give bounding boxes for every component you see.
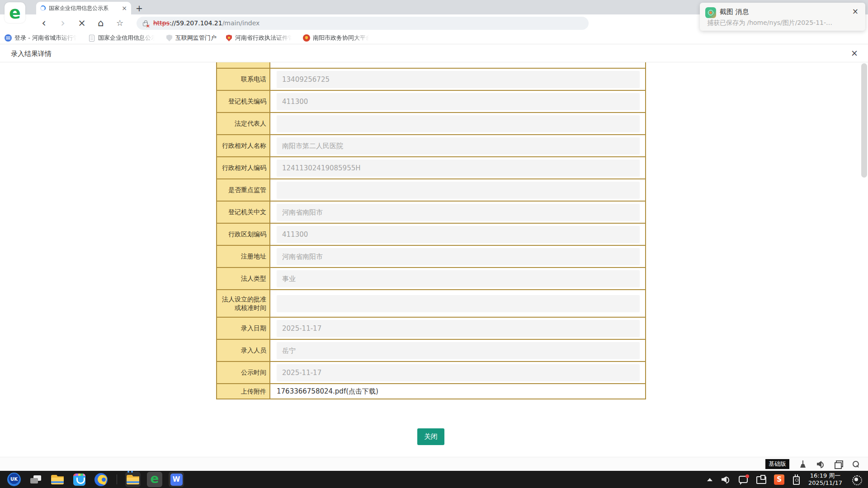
table-row: 上传附件1763366758024.pdf(点击下载) bbox=[216, 383, 646, 399]
uk-launcher-icon bbox=[7, 473, 21, 486]
bookmark-star-button[interactable]: ☆ bbox=[114, 18, 126, 28]
bookmark-item-2[interactable]: 互联网监管门户 bbox=[166, 34, 217, 42]
search-icon[interactable] bbox=[852, 460, 860, 468]
login-circle-icon bbox=[5, 34, 12, 42]
field-input: 411300 bbox=[277, 93, 640, 110]
field-input: 南阳市第二人民医院 bbox=[277, 137, 640, 155]
browser-statusbar: 基础版 bbox=[0, 457, 868, 471]
table-row: 录入人员岳宁 bbox=[216, 339, 646, 361]
field-input: 事业 bbox=[277, 270, 640, 287]
table-row: 登记机关中文河南省南阳市 bbox=[216, 201, 646, 223]
table-row: 是否重点监管 bbox=[216, 178, 646, 201]
table-row: 行政相对人编码12411302419085955H bbox=[216, 156, 646, 178]
address-bar[interactable]: https://59.207.104.21/main/index bbox=[137, 17, 589, 30]
bookmark-label: 互联网监管门户 bbox=[175, 34, 217, 42]
bookmark-item-0[interactable]: 登录 - 河南省城市运行管 bbox=[5, 34, 79, 42]
speaker-icon[interactable] bbox=[816, 460, 825, 468]
new-tab-button[interactable]: + bbox=[136, 2, 143, 14]
tray-expand-icon[interactable] bbox=[707, 478, 712, 481]
browser-e-icon bbox=[148, 473, 161, 486]
field-input: 13409256725 bbox=[277, 71, 640, 88]
nightlight-icon[interactable] bbox=[851, 474, 862, 485]
tab-close-icon[interactable]: × bbox=[122, 5, 127, 11]
field-label: 法定代表人 bbox=[216, 113, 270, 134]
taskbar-clock[interactable]: 16:19 周一 2025/11/17 bbox=[808, 472, 842, 487]
display-icon[interactable] bbox=[756, 476, 765, 483]
field-input: 河南省南阳市 bbox=[277, 204, 640, 221]
field-label: 上传附件 bbox=[216, 384, 270, 399]
back-button[interactable]: ‹ bbox=[38, 18, 50, 28]
forward-button[interactable]: › bbox=[57, 18, 69, 28]
notification-close-icon[interactable]: × bbox=[852, 8, 859, 15]
field-label: 登记机关编码 bbox=[216, 91, 270, 112]
bookmark-label: 登录 - 河南省城市运行管 bbox=[14, 34, 79, 42]
desktop-screen: 国家企业信用信息公示系 × + e ‹ › × ⌂ ☆ https://59.2… bbox=[0, 0, 868, 488]
volume-icon[interactable] bbox=[721, 475, 730, 483]
field-label: 联系电话 bbox=[216, 69, 270, 90]
tray-icons bbox=[707, 474, 800, 485]
notification-title: 截图 消息 bbox=[720, 8, 749, 16]
field-value: 事业 bbox=[270, 268, 646, 289]
sogou-icon[interactable] bbox=[774, 474, 784, 485]
browser-logo[interactable]: e bbox=[5, 2, 25, 23]
statusbar-icons bbox=[799, 460, 860, 468]
notifications-icon[interactable] bbox=[739, 476, 748, 483]
table-row: 法人类型事业 bbox=[216, 267, 646, 289]
table-row: 行政区划编码411300 bbox=[216, 223, 646, 245]
taskbar-uk-launcher[interactable] bbox=[6, 472, 22, 487]
browser-tab[interactable]: 国家企业信用信息公示系 × bbox=[36, 2, 131, 14]
field-input bbox=[277, 295, 640, 312]
browser-logo-letter: e bbox=[9, 4, 21, 22]
field-input: 2025-11-17 bbox=[277, 364, 640, 381]
file-manager-icon bbox=[51, 475, 64, 484]
field-value bbox=[270, 62, 646, 68]
field-value: 13409256725 bbox=[270, 69, 646, 90]
clock-time: 16:19 周一 bbox=[808, 472, 842, 479]
detail-table: 联系电话13409256725登记机关编码411300法定代表人行政相对人名称南… bbox=[216, 62, 646, 399]
bookmark-item-1[interactable]: 国家企业信用信息公示 bbox=[88, 34, 157, 42]
taskbar-kylin-browser[interactable] bbox=[93, 472, 108, 487]
table-row: 行政相对人名称南阳市第二人民医院 bbox=[216, 134, 646, 156]
usb-icon[interactable] bbox=[793, 476, 800, 485]
stop-button[interactable]: × bbox=[76, 18, 88, 28]
scrollbar-thumb[interactable] bbox=[861, 63, 867, 178]
taskbar-left bbox=[6, 472, 184, 487]
taskbar-wps[interactable] bbox=[169, 472, 184, 487]
field-label bbox=[216, 62, 270, 68]
taskbar-file-manager[interactable] bbox=[125, 472, 141, 487]
field-value: 2025-11-17 bbox=[270, 318, 646, 339]
taskbar-app-store[interactable] bbox=[71, 472, 87, 487]
windows-icon[interactable] bbox=[834, 460, 842, 468]
field-label: 行政区划编码 bbox=[216, 224, 270, 245]
taskbar: 16:19 周一 2025/11/17 bbox=[0, 471, 868, 488]
url-text: https://59.207.104.21/main/index bbox=[153, 19, 259, 27]
broom-icon[interactable] bbox=[799, 460, 807, 468]
url-host: ://59.207.104.21 bbox=[170, 19, 222, 27]
table-row: 公示时间2025-11-17 bbox=[216, 361, 646, 383]
table-row: 法定代表人 bbox=[216, 112, 646, 134]
taskbar-file-manager[interactable] bbox=[50, 472, 65, 487]
bookmark-item-4[interactable]: 南阳市政务协同大平台 bbox=[303, 34, 372, 42]
app-store-icon bbox=[73, 474, 85, 486]
field-label: 法人类型 bbox=[216, 268, 270, 289]
url-path: /main/index bbox=[222, 19, 260, 27]
attachment-download-link[interactable]: 1763366758024.pdf(点击下载) bbox=[277, 387, 640, 396]
notification-message: 捕获已保存为 /home/nys/图片/2025-11-… bbox=[707, 19, 859, 27]
home-button[interactable]: ⌂ bbox=[95, 18, 107, 28]
page-content: 录入结果详情 × 联系电话13409256725登记机关编码411300法定代表… bbox=[0, 44, 868, 457]
field-value: 河南省南阳市 bbox=[270, 246, 646, 267]
taskbar-browser-e[interactable] bbox=[147, 472, 162, 487]
close-button[interactable]: 关闭 bbox=[417, 428, 444, 445]
emblem-icon bbox=[303, 34, 310, 42]
modal-close-icon[interactable]: × bbox=[851, 49, 858, 57]
field-value bbox=[270, 179, 646, 201]
tab-title: 国家企业信用信息公示系 bbox=[49, 5, 118, 12]
version-badge[interactable]: 基础版 bbox=[765, 459, 789, 469]
bookmark-item-3[interactable]: 河南省行政执法证件管 bbox=[226, 34, 294, 42]
tab-loading-spinner-icon bbox=[40, 5, 46, 11]
red-badge-icon bbox=[226, 35, 232, 42]
table-row: 注册地址河南省南阳市 bbox=[216, 245, 646, 267]
table-row bbox=[216, 62, 646, 68]
bookmark-label: 南阳市政务协同大平台 bbox=[313, 34, 372, 42]
taskbar-window-switcher[interactable] bbox=[28, 472, 43, 487]
